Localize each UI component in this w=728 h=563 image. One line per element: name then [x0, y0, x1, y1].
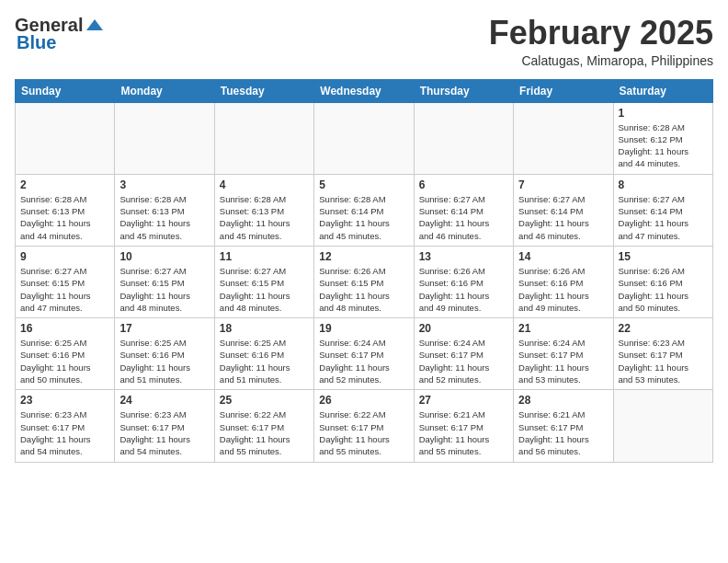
calendar-cell: 18Sunrise: 6:25 AM Sunset: 6:16 PM Dayli…: [214, 318, 313, 390]
day-number: 19: [319, 322, 408, 335]
calendar-cell: 20Sunrise: 6:24 AM Sunset: 6:17 PM Dayli…: [414, 318, 513, 390]
day-info: Sunrise: 6:26 AM Sunset: 6:16 PM Dayligh…: [619, 265, 708, 314]
day-number: 11: [220, 250, 309, 263]
calendar-cell: 7Sunrise: 6:27 AM Sunset: 6:14 PM Daylig…: [514, 174, 613, 246]
day-number: 21: [518, 322, 608, 335]
day-number: 10: [119, 250, 209, 263]
day-number: 16: [20, 322, 109, 335]
calendar-week-5: 23Sunrise: 6:23 AM Sunset: 6:17 PM Dayli…: [16, 390, 713, 462]
day-info: Sunrise: 6:25 AM Sunset: 6:16 PM Dayligh…: [119, 337, 209, 385]
day-info: Sunrise: 6:23 AM Sunset: 6:17 PM Dayligh…: [119, 408, 209, 457]
day-number: 26: [319, 394, 408, 407]
calendar-week-2: 2Sunrise: 6:28 AM Sunset: 6:13 PM Daylig…: [16, 174, 713, 246]
calendar-header-sunday: Sunday: [16, 79, 115, 102]
calendar-cell: 6Sunrise: 6:27 AM Sunset: 6:14 PM Daylig…: [414, 174, 513, 246]
day-info: Sunrise: 6:24 AM Sunset: 6:17 PM Dayligh…: [518, 337, 608, 385]
calendar-table: SundayMondayTuesdayWednesdayThursdayFrid…: [15, 79, 713, 463]
logo: General Blue: [15, 15, 105, 53]
day-info: Sunrise: 6:22 AM Sunset: 6:17 PM Dayligh…: [220, 408, 309, 457]
calendar-cell: 2Sunrise: 6:28 AM Sunset: 6:13 PM Daylig…: [16, 174, 115, 246]
day-info: Sunrise: 6:26 AM Sunset: 6:15 PM Dayligh…: [319, 265, 408, 314]
calendar-cell: 23Sunrise: 6:23 AM Sunset: 6:17 PM Dayli…: [16, 390, 115, 462]
calendar-cell: 14Sunrise: 6:26 AM Sunset: 6:16 PM Dayli…: [514, 246, 613, 317]
day-info: Sunrise: 6:24 AM Sunset: 6:17 PM Dayligh…: [419, 337, 508, 385]
calendar-header-monday: Monday: [115, 79, 214, 102]
day-number: 17: [119, 322, 209, 335]
calendar-header-row: SundayMondayTuesdayWednesdayThursdayFrid…: [16, 79, 713, 102]
day-number: 8: [619, 178, 708, 191]
day-number: 1: [619, 107, 708, 120]
calendar-header-thursday: Thursday: [414, 79, 513, 102]
day-info: Sunrise: 6:26 AM Sunset: 6:16 PM Dayligh…: [419, 265, 508, 314]
day-number: 28: [518, 394, 608, 407]
calendar-cell: 1Sunrise: 6:28 AM Sunset: 6:12 PM Daylig…: [613, 102, 712, 174]
calendar-week-3: 9Sunrise: 6:27 AM Sunset: 6:15 PM Daylig…: [16, 246, 713, 317]
calendar-cell: 16Sunrise: 6:25 AM Sunset: 6:16 PM Dayli…: [16, 318, 115, 390]
calendar-cell: 26Sunrise: 6:22 AM Sunset: 6:17 PM Dayli…: [314, 390, 414, 462]
month-year: February 2025: [489, 15, 713, 52]
day-number: 20: [419, 322, 508, 335]
calendar-cell: 10Sunrise: 6:27 AM Sunset: 6:15 PM Dayli…: [115, 246, 214, 317]
day-info: Sunrise: 6:28 AM Sunset: 6:13 PM Dayligh…: [220, 193, 309, 242]
logo-icon: [85, 16, 105, 36]
calendar-cell: [314, 102, 414, 174]
day-info: Sunrise: 6:24 AM Sunset: 6:17 PM Dayligh…: [319, 337, 408, 385]
day-info: Sunrise: 6:27 AM Sunset: 6:14 PM Dayligh…: [518, 193, 608, 242]
day-number: 12: [319, 250, 408, 263]
day-info: Sunrise: 6:25 AM Sunset: 6:16 PM Dayligh…: [220, 337, 309, 385]
day-info: Sunrise: 6:27 AM Sunset: 6:14 PM Dayligh…: [419, 193, 508, 242]
calendar-cell: 27Sunrise: 6:21 AM Sunset: 6:17 PM Dayli…: [414, 390, 513, 462]
day-info: Sunrise: 6:28 AM Sunset: 6:13 PM Dayligh…: [20, 193, 109, 242]
calendar-cell: 5Sunrise: 6:28 AM Sunset: 6:14 PM Daylig…: [314, 174, 414, 246]
calendar-cell: [514, 102, 613, 174]
svg-marker-0: [86, 19, 103, 30]
calendar-cell: 28Sunrise: 6:21 AM Sunset: 6:17 PM Dayli…: [514, 390, 613, 462]
calendar-header-saturday: Saturday: [613, 79, 712, 102]
day-info: Sunrise: 6:23 AM Sunset: 6:17 PM Dayligh…: [619, 337, 708, 385]
day-number: 3: [119, 178, 209, 191]
calendar-cell: 3Sunrise: 6:28 AM Sunset: 6:13 PM Daylig…: [115, 174, 214, 246]
day-number: 9: [20, 250, 109, 263]
day-info: Sunrise: 6:28 AM Sunset: 6:12 PM Dayligh…: [619, 121, 708, 170]
day-number: 2: [20, 178, 109, 191]
day-number: 15: [619, 250, 708, 263]
day-info: Sunrise: 6:28 AM Sunset: 6:14 PM Dayligh…: [319, 193, 408, 242]
calendar-cell: 12Sunrise: 6:26 AM Sunset: 6:15 PM Dayli…: [314, 246, 414, 317]
calendar-cell: 19Sunrise: 6:24 AM Sunset: 6:17 PM Dayli…: [314, 318, 414, 390]
day-info: Sunrise: 6:27 AM Sunset: 6:15 PM Dayligh…: [20, 265, 109, 314]
calendar-cell: [115, 102, 214, 174]
location: Calatugas, Mimaropa, Philippines: [489, 53, 713, 68]
calendar-cell: 4Sunrise: 6:28 AM Sunset: 6:13 PM Daylig…: [214, 174, 313, 246]
calendar-cell: 17Sunrise: 6:25 AM Sunset: 6:16 PM Dayli…: [115, 318, 214, 390]
logo-blue-text: Blue: [17, 32, 56, 53]
calendar-cell: [613, 390, 712, 462]
day-info: Sunrise: 6:23 AM Sunset: 6:17 PM Dayligh…: [20, 408, 109, 457]
day-info: Sunrise: 6:25 AM Sunset: 6:16 PM Dayligh…: [20, 337, 109, 385]
day-number: 13: [419, 250, 508, 263]
calendar-week-4: 16Sunrise: 6:25 AM Sunset: 6:16 PM Dayli…: [16, 318, 713, 390]
calendar-cell: 13Sunrise: 6:26 AM Sunset: 6:16 PM Dayli…: [414, 246, 513, 317]
day-number: 27: [419, 394, 508, 407]
day-info: Sunrise: 6:28 AM Sunset: 6:13 PM Dayligh…: [119, 193, 209, 242]
day-number: 23: [20, 394, 109, 407]
day-info: Sunrise: 6:21 AM Sunset: 6:17 PM Dayligh…: [419, 408, 508, 457]
calendar-cell: 22Sunrise: 6:23 AM Sunset: 6:17 PM Dayli…: [613, 318, 712, 390]
calendar-cell: 8Sunrise: 6:27 AM Sunset: 6:14 PM Daylig…: [613, 174, 712, 246]
calendar-week-1: 1Sunrise: 6:28 AM Sunset: 6:12 PM Daylig…: [16, 102, 713, 174]
day-number: 18: [220, 322, 309, 335]
day-info: Sunrise: 6:27 AM Sunset: 6:15 PM Dayligh…: [220, 265, 309, 314]
day-info: Sunrise: 6:22 AM Sunset: 6:17 PM Dayligh…: [319, 408, 408, 457]
calendar-cell: 25Sunrise: 6:22 AM Sunset: 6:17 PM Dayli…: [214, 390, 313, 462]
day-number: 24: [119, 394, 209, 407]
calendar-header-wednesday: Wednesday: [314, 79, 414, 102]
day-number: 14: [518, 250, 608, 263]
day-number: 22: [619, 322, 708, 335]
day-info: Sunrise: 6:27 AM Sunset: 6:15 PM Dayligh…: [119, 265, 209, 314]
day-number: 7: [518, 178, 608, 191]
calendar-cell: [16, 102, 115, 174]
day-info: Sunrise: 6:27 AM Sunset: 6:14 PM Dayligh…: [619, 193, 708, 242]
day-info: Sunrise: 6:26 AM Sunset: 6:16 PM Dayligh…: [518, 265, 608, 314]
calendar-cell: 9Sunrise: 6:27 AM Sunset: 6:15 PM Daylig…: [16, 246, 115, 317]
title-section: February 2025 Calatugas, Mimaropa, Phili…: [489, 15, 713, 68]
day-number: 25: [220, 394, 309, 407]
